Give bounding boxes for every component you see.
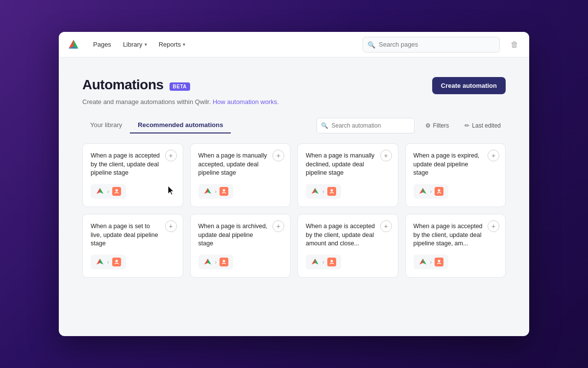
automation-card[interactable]: + When a page is accepted by the client,… (297, 214, 398, 278)
card-add-button[interactable]: + (165, 220, 177, 232)
arrow-icon: › (322, 259, 324, 265)
filters-button[interactable]: ⚙ Filters (420, 119, 454, 132)
svg-point-14 (330, 189, 333, 192)
arrow-icon: › (107, 259, 109, 265)
automation-card[interactable]: + When a page is expired, update deal pi… (405, 143, 506, 207)
svg-marker-27 (312, 259, 315, 264)
card-add-button[interactable]: + (380, 150, 392, 161)
qwilr-icon (96, 258, 104, 266)
automation-card[interactable]: + When a page is set to live, update dea… (82, 214, 183, 278)
card-title: When a page is accepted by the client, u… (414, 222, 498, 248)
nav-search-container: 🔍 (363, 37, 500, 53)
app-window: Pages Library ▾ Reports ▾ 🔍 🗑 A (59, 32, 529, 336)
nav-pages[interactable]: Pages (88, 38, 116, 51)
cursor (168, 186, 175, 198)
cards-grid: + When a page is accepted by the client,… (82, 143, 506, 278)
automation-card[interactable]: + When a page is accepted by the client,… (405, 214, 506, 278)
card-title: When a page is accepted by the client, u… (306, 222, 390, 248)
nav-reports[interactable]: Reports ▾ (154, 38, 191, 51)
nav-library[interactable]: Library ▾ (118, 38, 152, 51)
last-edited-button[interactable]: ✏ Last edited (460, 119, 506, 132)
card-add-button[interactable]: + (380, 220, 392, 232)
svg-marker-16 (423, 188, 426, 194)
arrow-icon: › (215, 188, 217, 194)
page-subtitle: Create and manage automations within Qwi… (82, 98, 506, 105)
page-header: Automations BETA Create automation (82, 77, 506, 94)
qwilr-icon (418, 258, 427, 266)
nav-search-icon: 🔍 (368, 41, 375, 48)
arrow-icon: › (430, 188, 432, 194)
svg-marker-7 (204, 188, 208, 194)
automation-search-container: 🔍 (317, 118, 415, 133)
card-add-button[interactable]: + (272, 150, 284, 161)
tabs: Your library Recommended automations (82, 117, 231, 133)
svg-marker-3 (97, 188, 100, 194)
qwilr-icon (96, 187, 104, 196)
svg-point-18 (438, 189, 441, 192)
svg-marker-19 (97, 259, 100, 264)
card-add-button[interactable]: + (272, 220, 284, 232)
create-automation-button[interactable]: Create automation (432, 77, 506, 94)
tab-recommended-automations[interactable]: Recommended automations (130, 117, 231, 133)
trash-icon[interactable]: 🗑 (508, 37, 521, 52)
card-title: When a page is manually declined, update… (306, 152, 390, 178)
card-add-button[interactable]: + (165, 150, 177, 161)
hubspot-icon (327, 187, 336, 196)
svg-marker-4 (100, 188, 103, 194)
automation-card[interactable]: + When a page is accepted by the client,… (82, 143, 183, 207)
automation-card[interactable]: + When a page is manually accepted, upda… (190, 143, 291, 207)
card-icons: › (306, 184, 341, 199)
svg-marker-12 (315, 188, 318, 194)
card-icons: › (414, 184, 449, 199)
svg-marker-8 (208, 188, 211, 194)
svg-marker-28 (315, 259, 318, 264)
card-add-button[interactable]: + (488, 150, 499, 161)
automation-search-input[interactable] (317, 118, 415, 133)
arrow-icon: › (107, 188, 109, 194)
card-title: When a page is accepted by the client, u… (91, 152, 175, 178)
automation-card[interactable]: + When a page is archived, update deal p… (190, 214, 291, 278)
hubspot-icon (112, 187, 121, 196)
svg-point-26 (223, 260, 225, 263)
tab-your-library[interactable]: Your library (82, 117, 130, 133)
nav-search-input[interactable] (363, 37, 500, 53)
card-add-button[interactable]: + (488, 220, 499, 232)
svg-point-6 (115, 189, 118, 192)
automation-search-icon: 🔍 (321, 122, 328, 129)
svg-marker-31 (419, 259, 423, 264)
svg-marker-24 (208, 259, 211, 264)
qwilr-icon (311, 187, 319, 196)
how-automation-link[interactable]: How automation works. (213, 98, 279, 105)
hubspot-icon (435, 258, 443, 266)
qwilr-icon (203, 258, 212, 266)
svg-point-22 (115, 260, 118, 263)
svg-point-34 (438, 260, 441, 263)
tabs-row: Your library Recommended automations 🔍 ⚙… (82, 117, 506, 133)
pencil-icon: ✏ (465, 122, 469, 129)
svg-marker-15 (419, 188, 423, 194)
card-icons: › (306, 255, 341, 269)
svg-marker-20 (100, 259, 103, 264)
card-icons: › (198, 255, 234, 269)
hubspot-icon (220, 258, 228, 266)
svg-marker-11 (312, 188, 315, 194)
hubspot-icon (220, 187, 228, 196)
hubspot-icon (435, 187, 443, 196)
arrow-icon: › (215, 259, 217, 265)
nav-bar: Pages Library ▾ Reports ▾ 🔍 🗑 (59, 32, 529, 57)
library-chevron-icon: ▾ (145, 42, 147, 47)
reports-chevron-icon: ▾ (183, 42, 185, 47)
svg-point-10 (223, 189, 225, 192)
main-content: Automations BETA Create automation Creat… (59, 57, 529, 336)
page-title: Automations (82, 77, 164, 93)
card-title: When a page is expired, update deal pipe… (414, 152, 498, 178)
app-logo[interactable] (67, 38, 80, 52)
automation-card[interactable]: + When a page is manually declined, upda… (297, 143, 398, 207)
arrow-icon: › (430, 259, 432, 265)
qwilr-icon (203, 187, 212, 196)
page-title-area: Automations BETA (82, 77, 190, 93)
card-title: When a page is archived, update deal pip… (198, 222, 283, 248)
card-icons: › (91, 184, 126, 199)
card-title: When a page is manually accepted, update… (198, 152, 283, 178)
qwilr-icon (311, 258, 319, 266)
